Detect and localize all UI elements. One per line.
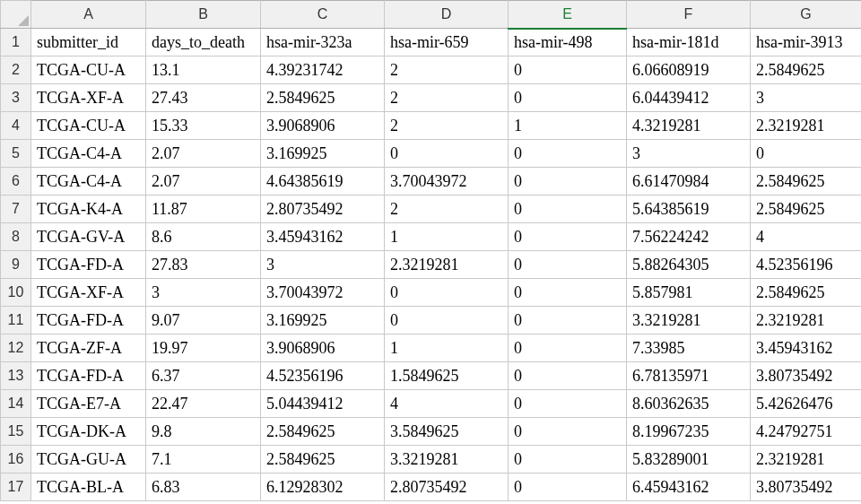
cell[interactable]: TCGA-ZF-A <box>31 335 146 362</box>
cell[interactable]: 3 <box>751 84 862 112</box>
cell[interactable]: 8.60362635 <box>627 390 751 418</box>
cell[interactable]: 5.88264305 <box>627 251 751 279</box>
cell[interactable]: 3.45943162 <box>751 335 862 362</box>
cell[interactable]: 8.19967235 <box>627 418 751 446</box>
column-header-B[interactable]: B <box>146 1 261 29</box>
cell[interactable]: 27.83 <box>146 251 261 279</box>
cell[interactable]: 5.857981 <box>627 279 751 307</box>
cell[interactable]: 3.3219281 <box>627 307 751 335</box>
cell[interactable]: 2.5849625 <box>751 56 862 84</box>
cell[interactable]: 2.5849625 <box>751 168 862 196</box>
row-header[interactable]: 7 <box>1 196 31 223</box>
select-all-corner[interactable] <box>1 1 31 29</box>
cell[interactable]: hsa-mir-181d <box>627 29 751 56</box>
cell[interactable]: 0 <box>509 140 627 168</box>
cell[interactable]: days_to_death <box>146 29 261 56</box>
cell[interactable]: 2.5849625 <box>261 446 385 474</box>
cell[interactable]: 3.70043972 <box>261 279 385 307</box>
cell[interactable]: TCGA-C4-A <box>31 140 146 168</box>
cell[interactable]: 0 <box>509 168 627 196</box>
cell[interactable]: 0 <box>751 140 862 168</box>
column-header-G[interactable]: G <box>751 1 862 29</box>
row-header[interactable]: 11 <box>1 307 31 335</box>
cell[interactable]: 2.07 <box>146 168 261 196</box>
cell[interactable]: 4.52356196 <box>751 251 862 279</box>
cell[interactable]: 2.5849625 <box>751 279 862 307</box>
cell[interactable]: TCGA-CU-A <box>31 56 146 84</box>
column-header-F[interactable]: F <box>627 1 751 29</box>
row-header[interactable]: 16 <box>1 446 31 474</box>
cell[interactable]: 2 <box>385 112 509 140</box>
cell[interactable]: 2.3219281 <box>385 251 509 279</box>
cell[interactable]: 1 <box>385 335 509 362</box>
row-header[interactable]: 1 <box>1 29 31 56</box>
cell[interactable]: 4.64385619 <box>261 168 385 196</box>
column-header-D[interactable]: D <box>385 1 509 29</box>
cell[interactable]: TCGA-E7-A <box>31 390 146 418</box>
cell[interactable]: 0 <box>509 196 627 223</box>
cell[interactable]: TCGA-C4-A <box>31 168 146 196</box>
cell[interactable]: 9.07 <box>146 307 261 335</box>
cell[interactable]: 2.80735492 <box>261 196 385 223</box>
cell[interactable]: 13.1 <box>146 56 261 84</box>
cell[interactable]: 3.80735492 <box>751 474 862 501</box>
cell[interactable]: 1 <box>385 223 509 251</box>
cell[interactable]: 4.24792751 <box>751 418 862 446</box>
cell[interactable]: 22.47 <box>146 390 261 418</box>
cell[interactable]: 1 <box>509 112 627 140</box>
column-header-C[interactable]: C <box>261 1 385 29</box>
cell[interactable]: 3.169925 <box>261 307 385 335</box>
row-header[interactable]: 17 <box>1 474 31 501</box>
row-header[interactable]: 2 <box>1 56 31 84</box>
cell[interactable]: 2 <box>385 84 509 112</box>
cell[interactable]: 6.78135971 <box>627 362 751 390</box>
row-header[interactable]: 9 <box>1 251 31 279</box>
cell[interactable]: 4.52356196 <box>261 362 385 390</box>
cell[interactable]: 7.1 <box>146 446 261 474</box>
cell[interactable]: 0 <box>385 279 509 307</box>
cell[interactable]: 4 <box>751 223 862 251</box>
cell[interactable]: TCGA-GV-A <box>31 223 146 251</box>
cell[interactable]: 2.3219281 <box>751 307 862 335</box>
cell[interactable]: TCGA-GU-A <box>31 446 146 474</box>
cell[interactable]: hsa-mir-659 <box>385 29 509 56</box>
cell[interactable]: TCGA-BL-A <box>31 474 146 501</box>
row-header[interactable]: 15 <box>1 418 31 446</box>
cell[interactable]: 0 <box>509 335 627 362</box>
cell[interactable]: 5.04439412 <box>261 390 385 418</box>
cell[interactable]: 2 <box>385 196 509 223</box>
row-header[interactable]: 10 <box>1 279 31 307</box>
cell[interactable]: 2.5849625 <box>751 196 862 223</box>
cell[interactable]: 3.70043972 <box>385 168 509 196</box>
cell[interactable]: 3.5849625 <box>385 418 509 446</box>
cell[interactable]: 6.61470984 <box>627 168 751 196</box>
cell[interactable]: 2 <box>385 56 509 84</box>
cell[interactable]: 3.80735492 <box>751 362 862 390</box>
cell[interactable]: 0 <box>509 390 627 418</box>
cell[interactable]: TCGA-DK-A <box>31 418 146 446</box>
cell[interactable]: 3.169925 <box>261 140 385 168</box>
cell[interactable]: 4.39231742 <box>261 56 385 84</box>
cell[interactable]: TCGA-FD-A <box>31 307 146 335</box>
column-header-A[interactable]: A <box>31 1 146 29</box>
cell[interactable]: 15.33 <box>146 112 261 140</box>
cell[interactable]: 1.5849625 <box>385 362 509 390</box>
cell[interactable]: 7.56224242 <box>627 223 751 251</box>
cell[interactable]: 3 <box>146 279 261 307</box>
cell[interactable]: hsa-mir-323a <box>261 29 385 56</box>
cell[interactable]: 9.8 <box>146 418 261 446</box>
cell[interactable]: 6.45943162 <box>627 474 751 501</box>
cell[interactable]: TCGA-K4-A <box>31 196 146 223</box>
cell[interactable]: 2.5849625 <box>261 84 385 112</box>
spreadsheet-grid[interactable]: A B C D E F G 1 submitter_id days_to_dea… <box>0 0 861 501</box>
cell[interactable]: 6.37 <box>146 362 261 390</box>
cell[interactable]: hsa-mir-498 <box>509 29 627 56</box>
row-header[interactable]: 6 <box>1 168 31 196</box>
cell[interactable]: 0 <box>509 223 627 251</box>
cell[interactable]: 6.06608919 <box>627 56 751 84</box>
cell[interactable]: 0 <box>509 251 627 279</box>
cell[interactable]: 2.5849625 <box>261 418 385 446</box>
cell[interactable]: hsa-mir-3913 <box>751 29 862 56</box>
cell[interactable]: 0 <box>509 446 627 474</box>
cell[interactable]: 3.45943162 <box>261 223 385 251</box>
